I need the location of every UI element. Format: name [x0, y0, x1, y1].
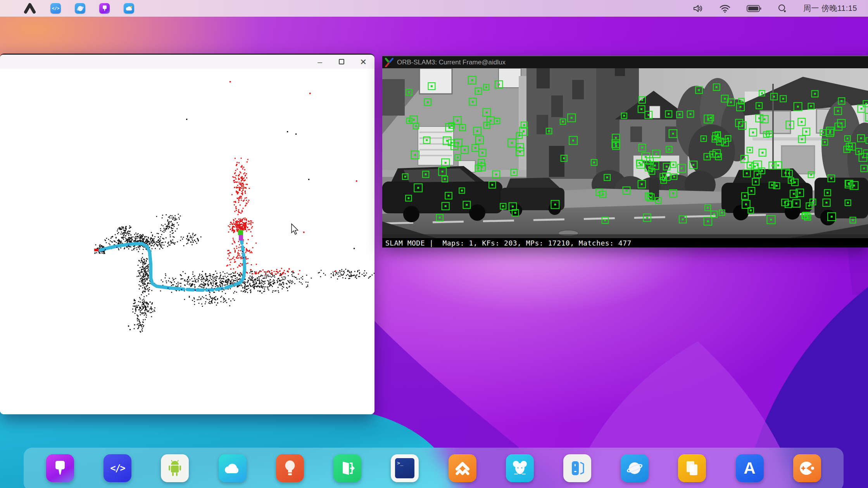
orbslam-window-title: ORB-SLAM3: Current Frame@aidlux [397, 59, 506, 66]
close-button[interactable]: ✕ [359, 57, 368, 66]
aidlux-logo-icon[interactable] [23, 3, 36, 14]
desktop-screen: { "menu_bar": { "clock": "周一 傍晚11:15", "… [0, 0, 868, 488]
browser-app-icon[interactable] [621, 454, 649, 482]
terminal-app-icon[interactable]: >_ [391, 454, 419, 482]
dock-items: </> [24, 454, 844, 482]
wifi-icon[interactable] [720, 4, 730, 13]
paint-icon[interactable] [99, 3, 110, 14]
search-icon[interactable] [778, 4, 787, 13]
aidlux-app-icon[interactable]: A [736, 454, 764, 482]
cloud-app-icon[interactable] [219, 454, 247, 482]
feature-boxes-overlay [382, 68, 868, 238]
files-app-icon[interactable] [678, 454, 706, 482]
volume-icon[interactable] [693, 4, 703, 13]
code-app-icon[interactable]: </> [104, 454, 131, 482]
android-glyph [167, 459, 183, 477]
paintbrush-glyph [53, 460, 67, 476]
files-glyph [684, 460, 700, 477]
maximize-button[interactable] [337, 57, 346, 66]
battery-icon[interactable] [747, 5, 761, 12]
map-window-titlebar[interactable]: – ✕ [0, 55, 374, 69]
android-app-icon[interactable] [161, 454, 189, 482]
planet-glyph [626, 460, 643, 477]
minimize-button[interactable]: – [316, 57, 324, 66]
browser-icon[interactable] [75, 3, 85, 14]
camera-frame [382, 68, 868, 238]
planet-glyph [77, 5, 84, 12]
paint-app-icon[interactable] [46, 454, 74, 482]
double-chevron-glyph [454, 460, 471, 476]
orbslam-window: ORB-SLAM3: Current Frame@aidlux [382, 55, 868, 247]
cloud-glyph [224, 462, 242, 475]
map-viewer-window: – ✕ [0, 54, 374, 414]
weather-icon[interactable] [124, 3, 134, 14]
bulb-app-icon[interactable] [276, 454, 304, 482]
games-app-icon[interactable] [793, 454, 821, 482]
code-icon[interactable]: </> [50, 3, 61, 14]
mouse-glyph [511, 460, 528, 476]
phone-mirror-glyph [569, 459, 586, 477]
code-glyph: </> [110, 463, 125, 474]
aidlux-a-glyph: A [744, 459, 755, 478]
paintbrush-glyph [102, 5, 108, 12]
orbslam-titlebar[interactable]: ORB-SLAM3: Current Frame@aidlux [382, 56, 868, 68]
terminal-glyph: >_ [397, 460, 403, 476]
mouse-app-icon[interactable] [506, 454, 534, 482]
slam-status-text: SLAM MODE | Maps: 1, KFs: 203, MPs: 1721… [385, 239, 632, 247]
dock: </> [24, 448, 844, 488]
point-cloud-map [0, 69, 374, 414]
slam-map-canvas[interactable] [0, 69, 374, 414]
mouse-cursor [292, 224, 298, 234]
menu-bar: </> [0, 0, 868, 17]
terminal-screen: >_ [395, 458, 414, 478]
maximize-glyph [339, 59, 344, 64]
door-exit-glyph [340, 460, 355, 476]
slam-status-bar: SLAM MODE | Maps: 1, KFs: 203, MPs: 1721… [382, 238, 868, 247]
menu-clock[interactable]: 周一 傍晚11:15 [803, 3, 857, 14]
lightbulb-glyph [284, 460, 296, 477]
screen-mirror-app-icon[interactable] [563, 454, 591, 482]
cloud-glyph [125, 5, 133, 12]
aidlearn-app-icon[interactable] [449, 454, 476, 482]
game-glyph [799, 460, 816, 476]
exit-app-icon[interactable] [333, 454, 361, 482]
x11-icon [385, 58, 393, 67]
